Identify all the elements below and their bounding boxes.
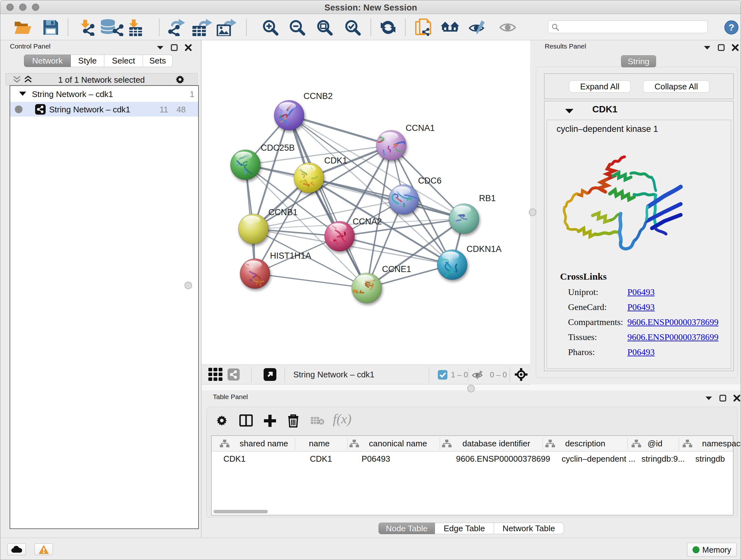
svg-text:CCNE1: CCNE1 [382, 264, 411, 274]
svg-text:CDKN1A: CDKN1A [467, 244, 502, 254]
svg-text:CDC6: CDC6 [418, 176, 442, 186]
svg-text:CCNA2: CCNA2 [353, 217, 382, 226]
svg-text:CDK1: CDK1 [324, 156, 347, 165]
svg-text:HIST1H1A: HIST1H1A [270, 251, 311, 260]
svg-text:RB1: RB1 [479, 193, 496, 203]
svg-text:CCNB1: CCNB1 [268, 207, 298, 217]
svg-text:CCNA1: CCNA1 [406, 123, 435, 133]
svg-text:CDC25B: CDC25B [261, 143, 295, 152]
svg-text:CCNB2: CCNB2 [304, 91, 333, 101]
svg-text:?: ? [729, 22, 734, 33]
